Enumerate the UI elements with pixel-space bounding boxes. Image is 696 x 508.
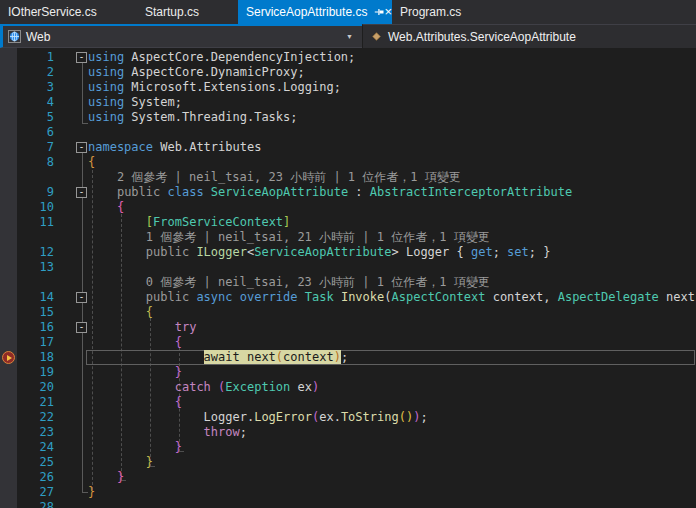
- code-line[interactable]: 13: [0, 260, 696, 275]
- code-line[interactable]: 14 public async override Task Invoke(Asp…: [0, 290, 696, 305]
- token: AspectContext: [392, 290, 486, 304]
- collapse-toggle[interactable]: -: [76, 292, 87, 303]
- code-area[interactable]: 1using AspectCore.DependencyInjection;2u…: [0, 50, 696, 508]
- token: :: [348, 185, 370, 199]
- tab-label: IOtherService.cs: [8, 5, 97, 19]
- line-number: 23: [0, 425, 60, 440]
- tab-serviceaopattribute-cs[interactable]: ServiceAopAttribute.cs×: [238, 0, 392, 24]
- code-line[interactable]: 19 }: [0, 365, 696, 380]
- tab-label: Startup.cs: [145, 5, 199, 19]
- code-line[interactable]: 9 public class ServiceAopAttribute : Abs…: [0, 185, 696, 200]
- line-number: 5: [0, 110, 60, 125]
- collapse-toggle[interactable]: -: [76, 142, 87, 153]
- current-statement-highlight: await next: [204, 350, 276, 364]
- token: [211, 380, 218, 394]
- breakpoint-current-statement-icon[interactable]: [2, 351, 15, 364]
- project-dropdown[interactable]: Web ▼: [0, 24, 362, 48]
- codelens-text[interactable]: 1 個參考 | neil_tsai, 21 小時前 | 1 位作者，1 項變更: [88, 230, 490, 244]
- tab-iotherservice-cs[interactable]: IOtherService.cs: [0, 0, 137, 24]
- token: set: [507, 245, 529, 259]
- token: ;: [420, 410, 427, 424]
- tab-startup-cs[interactable]: Startup.cs: [137, 0, 238, 24]
- line-number: 8: [0, 155, 60, 170]
- code-line[interactable]: 2using AspectCore.DynamicProxy;: [0, 65, 696, 80]
- token: ;: [493, 245, 507, 259]
- codelens-row[interactable]: 2 個參考 | neil_tsai, 23 小時前 | 1 位作者，1 項變更: [0, 170, 696, 185]
- token: async: [196, 290, 232, 304]
- token: [88, 185, 117, 199]
- close-icon[interactable]: ×: [384, 5, 392, 19]
- token: using: [88, 95, 124, 109]
- line-number: 26: [0, 470, 60, 485]
- code-line[interactable]: 15 {: [0, 305, 696, 320]
- collapse-toggle[interactable]: -: [76, 187, 87, 198]
- code-line[interactable]: 16 try: [0, 320, 696, 335]
- navigation-bar: Web ▼ Web.Attributes.ServiceAopAttribute: [0, 24, 696, 48]
- token: }: [175, 440, 182, 454]
- token: [160, 185, 167, 199]
- code-line[interactable]: 26 }: [0, 470, 696, 485]
- chevron-down-icon[interactable]: ▼: [346, 33, 353, 40]
- token: ToString: [341, 410, 399, 424]
- token: override: [240, 290, 298, 304]
- code-line[interactable]: 12 public ILogger<ServiceAopAttribute> L…: [0, 245, 696, 260]
- code-line[interactable]: 25 }: [0, 455, 696, 470]
- code-line[interactable]: 21 {: [0, 395, 696, 410]
- code-line[interactable]: 6: [0, 125, 696, 140]
- line-number: 20: [0, 380, 60, 395]
- codelens-row[interactable]: 1 個參考 | neil_tsai, 21 小時前 | 1 位作者，1 項變更: [0, 230, 696, 245]
- code-line[interactable]: 3using Microsoft.Extensions.Logging;: [0, 80, 696, 95]
- codelens-text[interactable]: 2 個參考 | neil_tsai, 23 小時前 | 1 位作者，1 項變更: [88, 170, 461, 184]
- line-number: 2: [0, 65, 60, 80]
- code-line[interactable]: 7namespace Web.Attributes: [0, 140, 696, 155]
- collapse-toggle[interactable]: -: [76, 322, 87, 333]
- code-editor[interactable]: 1using AspectCore.DependencyInjection;2u…: [0, 48, 696, 508]
- pin-icon[interactable]: [374, 5, 384, 19]
- code-line[interactable]: 24 }: [0, 440, 696, 455]
- token: using: [88, 65, 124, 79]
- line-number: 28: [0, 500, 60, 508]
- token: next): [659, 290, 696, 304]
- token: [88, 395, 175, 409]
- code-line[interactable]: 23 throw;: [0, 425, 696, 440]
- collapse-toggle[interactable]: -: [76, 52, 87, 63]
- token: }: [117, 470, 124, 484]
- token: public: [146, 290, 189, 304]
- code-line[interactable]: 8{: [0, 155, 696, 170]
- tab-bar: IOtherService.csStartup.csServiceAopAttr…: [0, 0, 696, 24]
- token: [88, 200, 117, 214]
- code-line[interactable]: 22 Logger.LogError(ex.ToString());: [0, 410, 696, 425]
- member-breadcrumb[interactable]: Web.Attributes.ServiceAopAttribute: [362, 24, 696, 48]
- token: Exception: [225, 380, 290, 394]
- current-statement-highlight: context: [283, 350, 334, 364]
- code-line[interactable]: 27}: [0, 485, 696, 500]
- code-line[interactable]: 20 catch (Exception ex): [0, 380, 696, 395]
- token: [298, 290, 305, 304]
- token: using: [88, 110, 124, 124]
- code-line[interactable]: 28: [0, 500, 696, 508]
- line-number: 7: [0, 140, 60, 155]
- token: [88, 290, 146, 304]
- code-line[interactable]: 5using System.Threading.Tasks;: [0, 110, 696, 125]
- token: > Logger {: [391, 245, 470, 259]
- code-line[interactable]: 10 {: [0, 200, 696, 215]
- code-line[interactable]: 11 [FromServiceContext]: [0, 215, 696, 230]
- token: [88, 470, 117, 484]
- code-line[interactable]: 18 await next(context);: [0, 350, 696, 365]
- code-line[interactable]: 1using AspectCore.DependencyInjection;: [0, 50, 696, 65]
- tab-program-cs[interactable]: Program.cs: [392, 0, 498, 24]
- token: Invoke: [341, 290, 384, 304]
- token: throw: [204, 425, 240, 439]
- code-line[interactable]: 17 {: [0, 335, 696, 350]
- codelens-text[interactable]: 0 個參考 | neil_tsai, 23 小時前 | 1 位作者，1 項變更: [88, 275, 490, 289]
- token: public: [146, 245, 189, 259]
- line-number: 14: [0, 290, 60, 305]
- token: AspectDelegate: [558, 290, 659, 304]
- token: try: [175, 320, 197, 334]
- breadcrumb-text: Web.Attributes.ServiceAopAttribute: [388, 30, 576, 44]
- web-project-icon: [7, 30, 21, 44]
- line-number: 16: [0, 320, 60, 335]
- code-line[interactable]: 4using System;: [0, 95, 696, 110]
- codelens-row[interactable]: 0 個參考 | neil_tsai, 23 小時前 | 1 位作者，1 項變更: [0, 275, 696, 290]
- token: context,: [485, 290, 557, 304]
